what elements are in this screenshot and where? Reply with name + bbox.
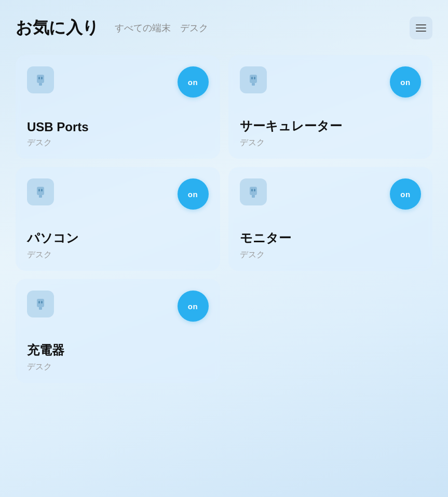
card-bottom-monitor: モニター デスク xyxy=(240,230,422,260)
card-top-usb-ports: on xyxy=(27,66,209,98)
header-nav: すべての端末 デスク xyxy=(115,22,208,34)
nav-all-devices[interactable]: すべての端末 xyxy=(115,22,171,34)
plug-icon-charger xyxy=(27,291,54,317)
app-header: お気に入り すべての端末 デスク xyxy=(0,0,448,50)
svg-rect-4 xyxy=(250,75,257,83)
svg-rect-8 xyxy=(37,187,44,195)
device-grid: on USB Ports デスク on サーキュレーター xyxy=(0,50,448,398)
device-card-usb-ports[interactable]: on USB Ports デスク xyxy=(16,55,220,159)
svg-rect-18 xyxy=(41,301,43,303)
menu-icon-line1 xyxy=(416,24,426,25)
card-name-circulator: サーキュレーター xyxy=(240,118,422,134)
plug-icon-pc xyxy=(27,178,54,205)
plug-svg-charger xyxy=(33,297,48,311)
svg-rect-9 xyxy=(38,189,40,191)
device-card-circulator[interactable]: on サーキュレーター デスク xyxy=(228,55,433,159)
svg-rect-11 xyxy=(39,195,42,198)
card-name-charger: 充電器 xyxy=(27,342,209,358)
svg-rect-14 xyxy=(254,189,255,191)
card-bottom-pc: パソコン デスク xyxy=(27,230,209,260)
svg-rect-13 xyxy=(251,189,253,191)
svg-rect-10 xyxy=(41,189,43,191)
card-location-usb-ports: デスク xyxy=(27,137,209,148)
card-location-circulator: デスク xyxy=(240,137,422,148)
card-bottom-circulator: サーキュレーター デスク xyxy=(240,118,422,148)
svg-rect-7 xyxy=(252,83,255,86)
svg-rect-1 xyxy=(38,77,40,79)
on-button-charger[interactable]: on xyxy=(178,291,209,322)
plug-svg-pc xyxy=(33,185,48,199)
on-button-monitor[interactable]: on xyxy=(390,178,421,210)
device-card-charger[interactable]: on 充電器 デスク xyxy=(16,279,220,383)
plug-svg-monitor xyxy=(246,185,261,199)
card-location-charger: デスク xyxy=(27,362,209,372)
plug-icon-circulator xyxy=(240,66,267,93)
device-card-monitor[interactable]: on モニター デスク xyxy=(228,167,433,271)
plug-svg-circulator xyxy=(246,73,261,87)
card-top-circulator: on xyxy=(240,66,422,98)
card-bottom-charger: 充電器 デスク xyxy=(27,342,209,372)
page-title: お気に入り xyxy=(16,17,99,39)
device-card-pc[interactable]: on パソコン デスク xyxy=(16,167,220,271)
card-top-monitor: on xyxy=(240,178,422,210)
on-button-usb-ports[interactable]: on xyxy=(178,66,209,98)
nav-desk[interactable]: デスク xyxy=(180,22,208,34)
card-name-monitor: モニター xyxy=(240,230,422,246)
svg-rect-17 xyxy=(38,301,40,303)
card-top-charger: on xyxy=(27,291,209,322)
card-location-monitor: デスク xyxy=(240,250,422,260)
svg-rect-5 xyxy=(251,77,253,79)
on-button-circulator[interactable]: on xyxy=(390,66,421,98)
card-name-usb-ports: USB Ports xyxy=(27,120,209,134)
svg-rect-2 xyxy=(41,77,43,79)
on-button-pc[interactable]: on xyxy=(178,178,209,210)
svg-rect-12 xyxy=(250,187,257,195)
menu-icon-line3 xyxy=(416,31,426,32)
menu-icon-line2 xyxy=(416,27,426,29)
svg-rect-6 xyxy=(254,77,255,79)
card-top-pc: on xyxy=(27,178,209,210)
card-name-pc: パソコン xyxy=(27,230,209,246)
plug-icon-monitor xyxy=(240,178,267,205)
svg-rect-3 xyxy=(39,83,42,86)
card-location-pc: デスク xyxy=(27,250,209,260)
svg-rect-0 xyxy=(37,75,44,83)
svg-rect-16 xyxy=(37,299,44,307)
svg-rect-15 xyxy=(252,195,255,198)
menu-button[interactable] xyxy=(410,17,432,39)
card-bottom-usb-ports: USB Ports デスク xyxy=(27,120,209,148)
svg-rect-19 xyxy=(39,307,42,310)
plug-svg-usb-ports xyxy=(33,73,48,87)
plug-icon-usb-ports xyxy=(27,66,54,93)
